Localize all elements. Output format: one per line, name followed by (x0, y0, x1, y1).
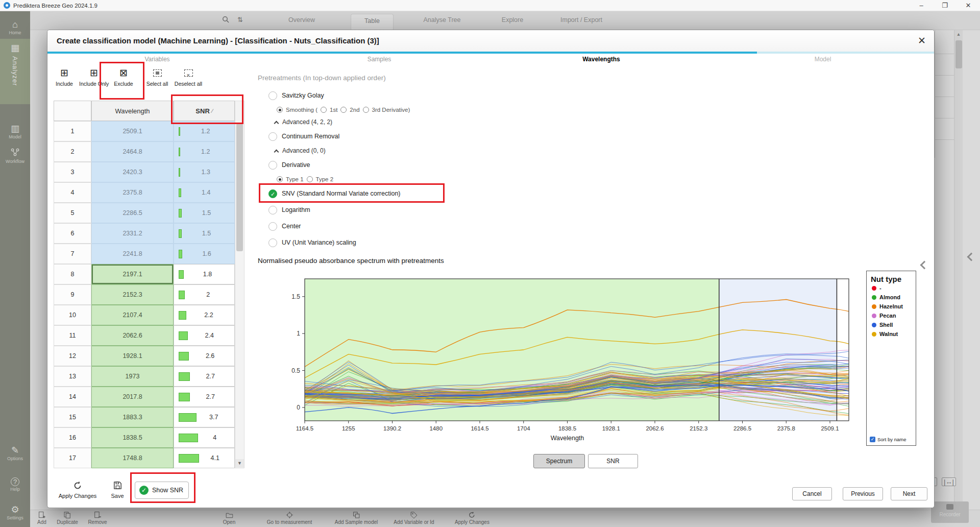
table-row[interactable]: 151883.33.7 (54, 407, 244, 427)
radio-icon[interactable] (363, 107, 369, 113)
radio-icon[interactable] (321, 107, 327, 113)
table-row[interactable]: 22464.81.2 (54, 141, 244, 162)
pretreatment-continuum-removal[interactable]: Continuum Removal (268, 128, 646, 145)
cancel-button[interactable]: Cancel (792, 487, 832, 500)
row-number: 9 (54, 284, 91, 305)
table-scrollbar[interactable]: ▼ (235, 101, 244, 468)
checkbox-checked-icon[interactable]: ✓ (268, 189, 277, 198)
snr-bar (179, 148, 180, 156)
apply-changes-button[interactable]: Apply Changes (57, 481, 99, 499)
wavelength-cell[interactable]: 1973 (91, 366, 174, 387)
table-row[interactable]: 102107.42.2 (54, 305, 244, 325)
table-row[interactable]: 52286.51.5 (54, 203, 244, 223)
table-row[interactable]: 121928.12.6 (54, 346, 244, 366)
snr-column-header[interactable]: SNR∕ (174, 101, 235, 121)
table-row[interactable]: 42375.81.4 (54, 182, 244, 203)
svg-text:1614.5: 1614.5 (471, 425, 488, 432)
minimize-button[interactable]: – (910, 0, 933, 11)
wavelength-cell[interactable]: 2509.1 (91, 121, 174, 141)
dialog-close-button[interactable]: ✕ (918, 35, 926, 46)
snr-cell: 1.6 (174, 244, 235, 264)
pretreatment-label: Continuum Removal (282, 133, 339, 140)
snr-bar (179, 168, 180, 177)
table-row[interactable]: 161838.54 (54, 427, 244, 448)
collapse-legend-icon[interactable] (921, 261, 927, 270)
exclude-button[interactable]: ⊠ Exclude (109, 67, 138, 87)
save-button[interactable]: Save (105, 481, 130, 499)
include-only-button[interactable]: ⊞ Include Only (79, 67, 109, 87)
wavelength-cell[interactable]: 2241.8 (91, 244, 174, 264)
wavelength-cell[interactable]: 2197.1 (91, 264, 174, 284)
radio-icon[interactable] (340, 107, 347, 113)
wavelength-cell[interactable]: 2152.3 (91, 284, 174, 305)
show-snr-button[interactable]: ✓ Show SNR (135, 482, 189, 499)
wavelength-cell[interactable]: 2107.4 (91, 305, 174, 325)
table-row[interactable]: 1319732.7 (54, 366, 244, 387)
snr-bar (179, 209, 182, 218)
radio-icon[interactable] (277, 176, 283, 182)
checkbox-icon[interactable] (268, 161, 277, 170)
wizard-step-variables[interactable]: Variables (144, 56, 169, 63)
wizard-step-wavelengths[interactable]: Wavelengths (582, 56, 620, 63)
table-row[interactable]: 72241.81.6 (54, 244, 244, 264)
wavelength-cell[interactable]: 1748.8 (91, 448, 174, 468)
table-row[interactable]: 32420.31.3 (54, 162, 244, 182)
spectrum-view-button[interactable]: Spectrum (533, 454, 585, 468)
checkbox-icon[interactable] (268, 91, 277, 100)
wavelength-cell[interactable]: 2017.8 (91, 387, 174, 407)
snr-view-button[interactable]: SNR (588, 454, 638, 468)
row-number: 1 (54, 121, 91, 141)
wavelength-cell[interactable]: 1883.3 (91, 407, 174, 427)
pretreatment-center[interactable]: Center (268, 218, 646, 234)
include-button[interactable]: ⊞ Include (50, 67, 79, 87)
select-all-button[interactable]: Select all (142, 67, 172, 87)
wizard-step-samples[interactable]: Samples (368, 56, 391, 63)
wavelength-column-header[interactable]: Wavelength (91, 101, 174, 121)
pretreatment-logarithm[interactable]: Logarithm (268, 202, 646, 218)
advanced-toggle[interactable]: Advanced (4, 2, 2) (275, 116, 646, 128)
table-scroll-thumb[interactable] (236, 124, 243, 251)
maximize-button[interactable]: ❐ (933, 0, 957, 11)
checkbox-icon[interactable] (268, 222, 277, 231)
table-row[interactable]: 92152.32 (54, 284, 244, 305)
pretreatment-option-row[interactable]: Smoothing (1st2nd3rd Derivative) (277, 104, 646, 116)
snr-cell: 1.2 (174, 121, 235, 141)
advanced-toggle[interactable]: Advanced (0, 0) (275, 145, 646, 157)
wavelength-cell[interactable]: 1838.5 (91, 427, 174, 448)
scroll-down-icon[interactable]: ▼ (235, 459, 244, 467)
wavelength-cell[interactable]: 1928.1 (91, 346, 174, 366)
wavelength-cell[interactable]: 2464.8 (91, 141, 174, 162)
table-row[interactable]: 112062.62.4 (54, 325, 244, 346)
previous-button[interactable]: Previous (843, 487, 883, 500)
row-number: 10 (54, 305, 91, 325)
pretreatment-uv-unit-variance-scaling[interactable]: UV (Unit Variance) scaling (268, 234, 646, 251)
snr-cell: 2.6 (174, 346, 235, 366)
sort-by-name-checkbox[interactable]: ✓ Sort by name (870, 437, 906, 442)
close-button[interactable]: ✕ (957, 0, 980, 11)
pretreatment-savitzky-golay[interactable]: Savitzky Golay (268, 87, 646, 104)
row-number: 13 (54, 366, 91, 387)
next-button[interactable]: Next (891, 487, 927, 500)
radio-icon[interactable] (277, 107, 283, 113)
deselect-all-button[interactable]: Deselect all (173, 67, 204, 87)
wizard-step-model[interactable]: Model (815, 56, 831, 63)
snr-bar (179, 434, 198, 442)
wavelength-cell[interactable]: 2331.2 (91, 223, 174, 244)
checkbox-icon[interactable] (268, 206, 277, 214)
pretreatment-option-row[interactable]: Type 1Type 2 (277, 173, 646, 185)
pretreatment-derivative[interactable]: Derivative (268, 157, 646, 173)
wavelength-cell[interactable]: 2420.3 (91, 162, 174, 182)
table-row[interactable]: 171748.84.1 (54, 448, 244, 468)
wavelength-cell[interactable]: 2286.5 (91, 203, 174, 223)
pretreatment-snv-standard-normal-variate-correction[interactable]: ✓SNV (Standard Normal Variate correction… (268, 185, 646, 202)
checkbox-icon[interactable] (268, 132, 277, 141)
table-row[interactable]: 142017.82.7 (54, 387, 244, 407)
table-row[interactable]: 62331.21.5 (54, 223, 244, 244)
wavelength-cell[interactable]: 2375.8 (91, 182, 174, 203)
snr-bar (179, 454, 199, 463)
wavelength-cell[interactable]: 2062.6 (91, 325, 174, 346)
table-row[interactable]: 12509.11.2 (54, 121, 244, 141)
table-row[interactable]: 82197.11.8 (54, 264, 244, 284)
checkbox-icon[interactable] (268, 238, 277, 247)
radio-icon[interactable] (307, 176, 313, 182)
